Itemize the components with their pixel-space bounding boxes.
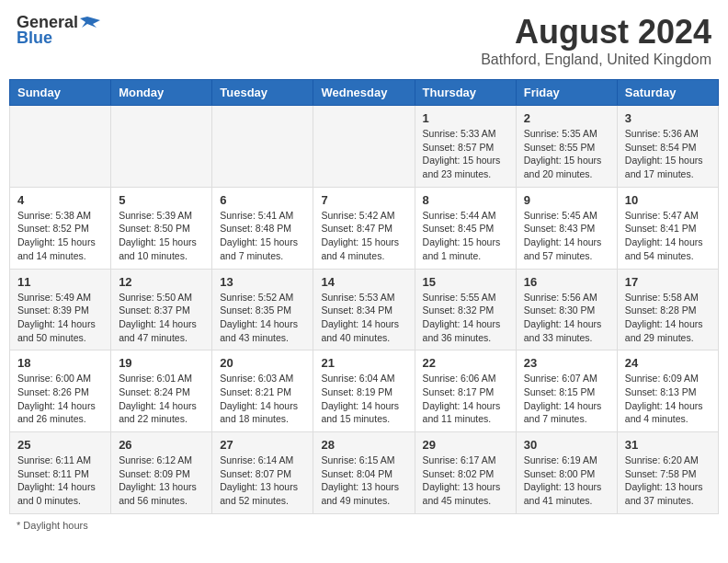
day-number: 22 bbox=[423, 356, 508, 370]
day-info: Sunrise: 5:52 AM Sunset: 8:35 PM Dayligh… bbox=[220, 291, 305, 345]
calendar-cell: 28Sunrise: 6:15 AM Sunset: 8:04 PM Dayli… bbox=[313, 432, 415, 514]
calendar-week-row-5: 25Sunrise: 6:11 AM Sunset: 8:11 PM Dayli… bbox=[10, 432, 719, 514]
day-number: 1 bbox=[423, 111, 508, 125]
day-number: 27 bbox=[220, 438, 305, 452]
day-number: 13 bbox=[220, 275, 305, 289]
day-number: 9 bbox=[524, 193, 609, 207]
month-year-title: August 2024 bbox=[481, 13, 711, 52]
day-info: Sunrise: 5:47 AM Sunset: 8:41 PM Dayligh… bbox=[625, 209, 711, 263]
calendar-cell: 29Sunrise: 6:17 AM Sunset: 8:02 PM Dayli… bbox=[415, 432, 516, 514]
day-number: 21 bbox=[321, 356, 406, 370]
day-number: 7 bbox=[321, 193, 406, 207]
day-info: Sunrise: 5:44 AM Sunset: 8:45 PM Dayligh… bbox=[423, 209, 508, 263]
header-sunday: Sunday bbox=[10, 80, 111, 106]
header-friday: Friday bbox=[516, 80, 617, 106]
calendar-cell: 15Sunrise: 5:55 AM Sunset: 8:32 PM Dayli… bbox=[415, 269, 516, 350]
calendar-cell: 19Sunrise: 6:01 AM Sunset: 8:24 PM Dayli… bbox=[111, 350, 212, 432]
day-number: 31 bbox=[625, 438, 711, 452]
day-number: 10 bbox=[625, 193, 711, 207]
day-info: Sunrise: 6:00 AM Sunset: 8:26 PM Dayligh… bbox=[17, 372, 103, 426]
day-number: 25 bbox=[17, 438, 103, 452]
day-info: Sunrise: 5:33 AM Sunset: 8:57 PM Dayligh… bbox=[423, 127, 508, 181]
calendar-cell: 16Sunrise: 5:56 AM Sunset: 8:30 PM Dayli… bbox=[516, 269, 617, 350]
day-info: Sunrise: 6:20 AM Sunset: 7:58 PM Dayligh… bbox=[625, 454, 711, 508]
day-number: 15 bbox=[423, 275, 508, 289]
location-subtitle: Bathford, England, United Kingdom bbox=[481, 52, 711, 68]
day-info: Sunrise: 6:12 AM Sunset: 8:09 PM Dayligh… bbox=[119, 454, 204, 508]
calendar-cell bbox=[111, 106, 212, 188]
calendar-cell: 24Sunrise: 6:09 AM Sunset: 8:13 PM Dayli… bbox=[617, 350, 718, 432]
day-number: 2 bbox=[524, 111, 609, 125]
day-info: Sunrise: 6:07 AM Sunset: 8:15 PM Dayligh… bbox=[524, 372, 609, 426]
calendar-cell: 14Sunrise: 5:53 AM Sunset: 8:34 PM Dayli… bbox=[313, 269, 415, 350]
day-number: 28 bbox=[321, 438, 406, 452]
day-info: Sunrise: 6:15 AM Sunset: 8:04 PM Dayligh… bbox=[321, 454, 406, 508]
day-number: 24 bbox=[625, 356, 711, 370]
day-info: Sunrise: 6:14 AM Sunset: 8:07 PM Dayligh… bbox=[220, 454, 305, 508]
logo-blue-text: Blue bbox=[17, 29, 52, 48]
day-info: Sunrise: 5:58 AM Sunset: 8:28 PM Dayligh… bbox=[625, 291, 711, 345]
day-number: 4 bbox=[17, 193, 103, 207]
day-number: 6 bbox=[220, 193, 305, 207]
calendar-cell: 3Sunrise: 5:36 AM Sunset: 8:54 PM Daylig… bbox=[617, 106, 718, 188]
day-number: 29 bbox=[423, 438, 508, 452]
day-info: Sunrise: 5:41 AM Sunset: 8:48 PM Dayligh… bbox=[220, 209, 305, 263]
calendar-week-row-4: 18Sunrise: 6:00 AM Sunset: 8:26 PM Dayli… bbox=[10, 350, 719, 432]
calendar-cell: 20Sunrise: 6:03 AM Sunset: 8:21 PM Dayli… bbox=[212, 350, 313, 432]
calendar-cell: 17Sunrise: 5:58 AM Sunset: 8:28 PM Dayli… bbox=[617, 269, 718, 350]
calendar-cell: 2Sunrise: 5:35 AM Sunset: 8:55 PM Daylig… bbox=[516, 106, 617, 188]
header-thursday: Thursday bbox=[415, 80, 516, 106]
header-monday: Monday bbox=[111, 80, 212, 106]
day-info: Sunrise: 6:06 AM Sunset: 8:17 PM Dayligh… bbox=[423, 372, 508, 426]
calendar-cell bbox=[313, 106, 415, 188]
day-info: Sunrise: 5:45 AM Sunset: 8:43 PM Dayligh… bbox=[524, 209, 609, 263]
day-info: Sunrise: 5:56 AM Sunset: 8:30 PM Dayligh… bbox=[524, 291, 609, 345]
day-number: 14 bbox=[321, 275, 406, 289]
day-number: 5 bbox=[119, 193, 204, 207]
day-number: 16 bbox=[524, 275, 609, 289]
calendar-cell bbox=[10, 106, 111, 188]
calendar-cell: 25Sunrise: 6:11 AM Sunset: 8:11 PM Dayli… bbox=[10, 432, 111, 514]
day-number: 18 bbox=[17, 356, 103, 370]
logo: General Blue bbox=[17, 13, 100, 48]
day-info: Sunrise: 5:36 AM Sunset: 8:54 PM Dayligh… bbox=[625, 127, 711, 181]
calendar-cell: 22Sunrise: 6:06 AM Sunset: 8:17 PM Dayli… bbox=[415, 350, 516, 432]
calendar-cell: 12Sunrise: 5:50 AM Sunset: 8:37 PM Dayli… bbox=[111, 269, 212, 350]
day-info: Sunrise: 5:39 AM Sunset: 8:50 PM Dayligh… bbox=[119, 209, 204, 263]
calendar-cell: 5Sunrise: 5:39 AM Sunset: 8:50 PM Daylig… bbox=[111, 187, 212, 269]
calendar-cell: 9Sunrise: 5:45 AM Sunset: 8:43 PM Daylig… bbox=[516, 187, 617, 269]
calendar-cell: 4Sunrise: 5:38 AM Sunset: 8:52 PM Daylig… bbox=[10, 187, 111, 269]
title-area: August 2024 Bathford, England, United Ki… bbox=[481, 13, 711, 68]
calendar-cell: 7Sunrise: 5:42 AM Sunset: 8:47 PM Daylig… bbox=[313, 187, 415, 269]
day-info: Sunrise: 6:09 AM Sunset: 8:13 PM Dayligh… bbox=[625, 372, 711, 426]
day-info: Sunrise: 5:53 AM Sunset: 8:34 PM Dayligh… bbox=[321, 291, 406, 345]
calendar-cell: 18Sunrise: 6:00 AM Sunset: 8:26 PM Dayli… bbox=[10, 350, 111, 432]
day-number: 3 bbox=[625, 111, 711, 125]
day-info: Sunrise: 5:49 AM Sunset: 8:39 PM Dayligh… bbox=[17, 291, 103, 345]
day-info: Sunrise: 6:04 AM Sunset: 8:19 PM Dayligh… bbox=[321, 372, 406, 426]
calendar-cell: 11Sunrise: 5:49 AM Sunset: 8:39 PM Dayli… bbox=[10, 269, 111, 350]
day-info: Sunrise: 5:35 AM Sunset: 8:55 PM Dayligh… bbox=[524, 127, 609, 181]
days-header-row: Sunday Monday Tuesday Wednesday Thursday… bbox=[10, 80, 719, 106]
logo-bird-icon bbox=[80, 15, 100, 31]
day-number: 23 bbox=[524, 356, 609, 370]
calendar-week-row-3: 11Sunrise: 5:49 AM Sunset: 8:39 PM Dayli… bbox=[10, 269, 719, 350]
day-number: 20 bbox=[220, 356, 305, 370]
calendar-cell: 30Sunrise: 6:19 AM Sunset: 8:00 PM Dayli… bbox=[516, 432, 617, 514]
calendar-cell: 8Sunrise: 5:44 AM Sunset: 8:45 PM Daylig… bbox=[415, 187, 516, 269]
day-info: Sunrise: 5:38 AM Sunset: 8:52 PM Dayligh… bbox=[17, 209, 103, 263]
day-info: Sunrise: 6:11 AM Sunset: 8:11 PM Dayligh… bbox=[17, 454, 103, 508]
day-number: 26 bbox=[119, 438, 204, 452]
header-wednesday: Wednesday bbox=[313, 80, 415, 106]
day-info: Sunrise: 5:42 AM Sunset: 8:47 PM Dayligh… bbox=[321, 209, 406, 263]
calendar-cell: 31Sunrise: 6:20 AM Sunset: 7:58 PM Dayli… bbox=[617, 432, 718, 514]
calendar-cell: 6Sunrise: 5:41 AM Sunset: 8:48 PM Daylig… bbox=[212, 187, 313, 269]
day-number: 30 bbox=[524, 438, 609, 452]
header: General Blue August 2024 Bathford, Engla… bbox=[9, 9, 719, 72]
day-info: Sunrise: 5:50 AM Sunset: 8:37 PM Dayligh… bbox=[119, 291, 204, 345]
calendar-table: Sunday Monday Tuesday Wednesday Thursday… bbox=[9, 79, 719, 514]
day-info: Sunrise: 6:19 AM Sunset: 8:00 PM Dayligh… bbox=[524, 454, 609, 508]
svg-marker-0 bbox=[80, 17, 100, 28]
calendar-cell: 1Sunrise: 5:33 AM Sunset: 8:57 PM Daylig… bbox=[415, 106, 516, 188]
calendar-cell: 10Sunrise: 5:47 AM Sunset: 8:41 PM Dayli… bbox=[617, 187, 718, 269]
